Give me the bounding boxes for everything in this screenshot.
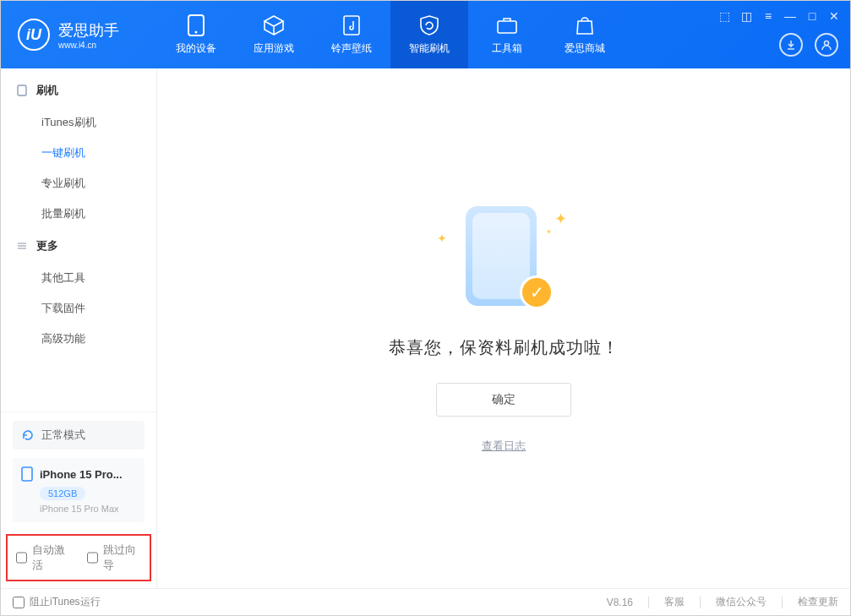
nav-my-device[interactable]: 我的设备 — [157, 1, 235, 68]
support-link[interactable]: 客服 — [664, 595, 685, 609]
app-title: 爱思助手 — [58, 20, 119, 41]
nav-apps-games[interactable]: 应用游戏 — [235, 1, 313, 68]
device-outline-icon — [16, 84, 28, 96]
refresh-icon — [21, 428, 35, 442]
check-badge-icon: ✓ — [520, 275, 554, 309]
sidebar-item-other-tools[interactable]: 其他工具 — [1, 263, 156, 293]
device-phone-icon — [21, 466, 33, 482]
device-card[interactable]: iPhone 15 Pro... 512GB iPhone 15 Pro Max — [13, 458, 145, 522]
download-button[interactable] — [779, 33, 803, 57]
sidebar-item-label: 批量刷机 — [41, 206, 85, 221]
sparkle-icon: ✦ — [546, 228, 552, 236]
checkbox-skip-guide-input[interactable] — [87, 552, 98, 564]
divider — [648, 597, 649, 608]
status-bar: 阻止iTunes运行 V8.16 客服 微信公众号 检查更新 — [1, 588, 850, 615]
top-nav: 我的设备 应用游戏 铃声壁纸 智能刷机 — [157, 1, 624, 68]
briefcase-icon — [496, 14, 518, 36]
sidebar-item-download-firmware[interactable]: 下载固件 — [1, 293, 156, 324]
app-logo-icon: iU — [18, 19, 50, 51]
close-button[interactable]: ✕ — [826, 9, 842, 23]
svg-rect-6 — [22, 467, 32, 481]
sidebar-item-label: 高级功能 — [41, 331, 85, 346]
sidebar-group-title: 更多 — [36, 238, 58, 253]
window-controls: ⬚ ◫ ≡ — □ ✕ — [717, 9, 842, 23]
device-model: iPhone 15 Pro Max — [40, 504, 136, 514]
nav-store[interactable]: 爱思商城 — [546, 1, 624, 68]
svg-point-4 — [825, 41, 829, 46]
nav-label: 应用游戏 — [254, 41, 294, 56]
divider — [782, 597, 783, 608]
sparkle-icon: ✦ — [437, 232, 447, 245]
checkbox-block-itunes-input[interactable] — [13, 597, 25, 608]
svg-rect-5 — [18, 85, 26, 95]
user-button[interactable] — [815, 33, 838, 57]
sidebar-group-title: 刷机 — [36, 83, 58, 98]
menu-icon[interactable]: ≡ — [761, 9, 776, 23]
app-header: iU 爱思助手 www.i4.cn 我的设备 应用游戏 — [1, 1, 850, 68]
device-mode-row[interactable]: 正常模式 — [13, 421, 145, 450]
sidebar-item-advanced[interactable]: 高级功能 — [1, 324, 156, 354]
checkbox-skip-guide[interactable]: 跳过向导 — [87, 542, 141, 573]
check-update-link[interactable]: 检查更新 — [798, 595, 838, 609]
checkbox-label: 阻止iTunes运行 — [30, 595, 101, 609]
nav-toolbox[interactable]: 工具箱 — [468, 1, 546, 68]
device-mode-label: 正常模式 — [41, 428, 85, 443]
svg-point-1 — [195, 30, 198, 33]
nav-label: 我的设备 — [176, 41, 216, 56]
maximize-button[interactable]: □ — [805, 9, 820, 23]
svg-rect-2 — [344, 16, 359, 35]
version-label: V8.16 — [607, 597, 633, 608]
sidebar-item-label: 一键刷机 — [41, 145, 85, 161]
shopping-bag-icon — [574, 14, 596, 36]
sidebar-group-more[interactable]: 更多 — [1, 229, 156, 263]
sidebar: 刷机 iTunes刷机 一键刷机 专业刷机 批量刷机 更多 其他工具 下载固件 … — [1, 68, 157, 588]
nav-label: 智能刷机 — [409, 41, 450, 56]
checkbox-label: 跳过向导 — [103, 542, 141, 573]
pin-icon[interactable]: ◫ — [739, 9, 754, 23]
success-message: 恭喜您，保资料刷机成功啦！ — [389, 336, 619, 359]
app-logo-block: iU 爱思助手 www.i4.cn — [1, 19, 157, 51]
skin-icon[interactable]: ⬚ — [717, 9, 732, 23]
device-name: iPhone 15 Pro... — [40, 468, 123, 481]
music-file-icon — [341, 14, 363, 36]
checkbox-auto-activate[interactable]: 自动激活 — [16, 542, 70, 573]
menu-lines-icon — [16, 240, 28, 252]
confirm-button[interactable]: 确定 — [436, 383, 571, 417]
nav-label: 铃声壁纸 — [331, 41, 372, 56]
nav-ringtones[interactable]: 铃声壁纸 — [313, 1, 390, 68]
checkbox-block-itunes[interactable]: 阻止iTunes运行 — [13, 595, 101, 609]
sidebar-group-flash[interactable]: 刷机 — [1, 74, 156, 107]
device-storage-badge: 512GB — [40, 487, 85, 500]
sidebar-item-pro-flash[interactable]: 专业刷机 — [1, 168, 156, 199]
phone-icon — [185, 14, 207, 36]
sidebar-item-label: 专业刷机 — [41, 176, 85, 191]
sparkle-icon: ✦ — [554, 210, 567, 228]
view-log-link[interactable]: 查看日志 — [482, 439, 526, 454]
nav-label: 爱思商城 — [565, 41, 605, 56]
sidebar-item-label: iTunes刷机 — [41, 115, 96, 130]
minimize-button[interactable]: — — [783, 9, 798, 23]
shield-refresh-icon — [418, 14, 440, 36]
nav-smart-flash[interactable]: 智能刷机 — [390, 1, 468, 68]
sidebar-item-batch-flash[interactable]: 批量刷机 — [1, 199, 156, 229]
checkbox-auto-activate-input[interactable] — [16, 552, 27, 564]
sidebar-item-label: 其他工具 — [41, 270, 85, 286]
wechat-link[interactable]: 微信公众号 — [716, 595, 766, 609]
svg-rect-3 — [498, 21, 516, 33]
sidebar-item-label: 下载固件 — [41, 301, 85, 316]
divider — [700, 597, 701, 608]
main-content: ✦ ✦ ✦ ✓ 恭喜您，保资料刷机成功啦！ 确定 查看日志 — [157, 68, 850, 588]
success-illustration: ✦ ✦ ✦ ✓ — [432, 203, 576, 313]
highlighted-options: 自动激活 跳过向导 — [6, 534, 151, 581]
sidebar-item-itunes-flash[interactable]: iTunes刷机 — [1, 107, 156, 138]
app-subtitle: www.i4.cn — [58, 41, 119, 50]
sidebar-item-oneclick-flash[interactable]: 一键刷机 — [1, 138, 156, 168]
nav-label: 工具箱 — [492, 41, 522, 56]
checkbox-label: 自动激活 — [32, 542, 70, 573]
cube-icon — [263, 14, 285, 36]
